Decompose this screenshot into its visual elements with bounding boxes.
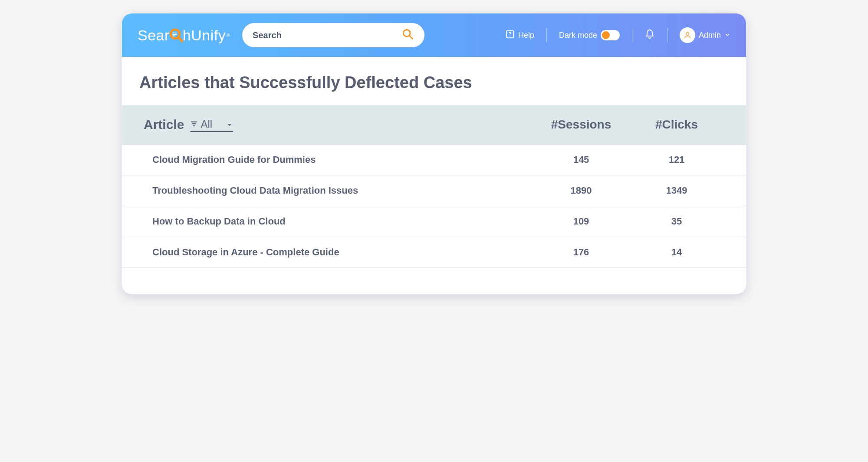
divider <box>667 28 667 42</box>
help-link[interactable]: Help <box>505 30 534 41</box>
logo: Sear hUnify ® <box>138 27 230 44</box>
help-label: Help <box>518 31 534 40</box>
cell-article: Troubleshooting Cloud Data Migration Iss… <box>152 185 533 196</box>
logo-registered: ® <box>227 33 230 38</box>
darkmode-label: Dark mode <box>559 31 597 40</box>
bell-icon <box>644 29 655 42</box>
column-header-article: Article All <box>144 117 533 132</box>
user-menu[interactable]: Admin <box>680 27 730 43</box>
cell-article: Cloud Storage in Azure - Complete Guide <box>152 247 533 258</box>
cell-article: Cloud Migration Guide for Dummies <box>152 154 533 165</box>
app-card: Sear hUnify ® <box>122 13 746 294</box>
chevron-down-icon <box>724 31 730 40</box>
table-row[interactable]: Troubleshooting Cloud Data Migration Iss… <box>122 175 746 206</box>
search-box[interactable] <box>242 23 424 47</box>
toggle-switch[interactable] <box>601 30 620 40</box>
logo-text-suffix: hUnify <box>183 27 226 44</box>
cell-clicks: 14 <box>629 247 724 258</box>
table-body: Cloud Migration Guide for Dummies145121T… <box>122 144 746 268</box>
column-header-clicks: #Clicks <box>629 118 724 132</box>
divider <box>632 28 632 42</box>
cell-article: How to Backup Data in Cloud <box>152 216 533 227</box>
svg-point-9 <box>686 32 689 35</box>
notifications-button[interactable] <box>644 29 655 42</box>
column-header-sessions: #Sessions <box>533 118 629 132</box>
cell-clicks: 121 <box>629 154 724 165</box>
filter-icon <box>190 118 198 130</box>
filter-value: All <box>201 118 212 130</box>
svg-point-8 <box>510 36 510 36</box>
cell-sessions: 1890 <box>533 185 629 196</box>
svg-line-4 <box>178 37 182 41</box>
divider <box>546 28 547 42</box>
toggle-knob <box>602 31 610 39</box>
table-row[interactable]: How to Backup Data in Cloud10935 <box>122 206 746 237</box>
table-row[interactable]: Cloud Migration Guide for Dummies145121 <box>122 145 746 175</box>
logo-magnifier-icon <box>169 28 184 43</box>
cell-clicks: 1349 <box>629 185 724 196</box>
caret-down-icon <box>226 118 233 130</box>
avatar <box>680 27 695 43</box>
column-article-label: Article <box>144 117 184 132</box>
search-icon[interactable] <box>402 28 414 42</box>
darkmode-toggle[interactable]: Dark mode <box>559 30 620 40</box>
article-filter-dropdown[interactable]: All <box>190 118 233 132</box>
cell-clicks: 35 <box>629 216 724 227</box>
svg-line-6 <box>410 36 413 39</box>
cell-sessions: 145 <box>533 154 629 165</box>
cell-sessions: 176 <box>533 247 629 258</box>
user-label: Admin <box>699 31 721 40</box>
search-input[interactable] <box>253 30 398 40</box>
table-header: Article All #Session <box>122 105 746 144</box>
logo-text-prefix: Sear <box>138 27 170 44</box>
help-icon <box>505 30 515 41</box>
topbar: Sear hUnify ® <box>122 13 746 57</box>
cell-sessions: 109 <box>533 216 629 227</box>
table-row[interactable]: Cloud Storage in Azure - Complete Guide1… <box>122 237 746 268</box>
page-title: Articles that Successfully Deflected Cas… <box>122 57 746 105</box>
